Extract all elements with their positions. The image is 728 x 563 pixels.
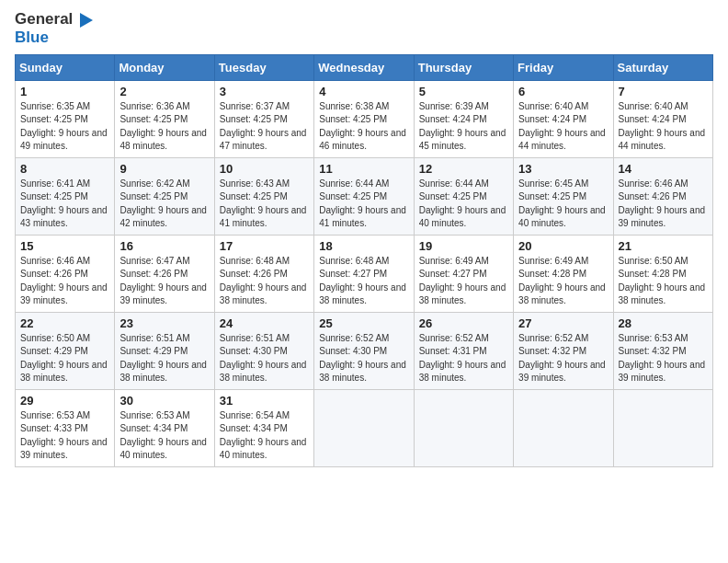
day-detail: Sunrise: 6:49 AMSunset: 4:28 PMDaylight:… — [518, 256, 606, 306]
calendar-day-cell: 28 Sunrise: 6:53 AMSunset: 4:32 PMDaylig… — [613, 312, 712, 389]
calendar-day-cell: 31 Sunrise: 6:54 AMSunset: 4:34 PMDaylig… — [214, 389, 313, 466]
calendar-header-cell: Monday — [115, 54, 214, 80]
calendar-header-cell: Sunday — [16, 54, 115, 80]
calendar-day-cell — [414, 389, 513, 466]
day-detail: Sunrise: 6:40 AMSunset: 4:24 PMDaylight:… — [619, 101, 706, 152]
calendar-day-cell: 1 Sunrise: 6:35 AMSunset: 4:25 PMDayligh… — [16, 80, 115, 157]
calendar-day-cell: 21 Sunrise: 6:50 AMSunset: 4:28 PMDaylig… — [613, 235, 712, 312]
calendar-day-cell: 29 Sunrise: 6:53 AMSunset: 4:33 PMDaylig… — [16, 389, 115, 466]
calendar-week-row: 29 Sunrise: 6:53 AMSunset: 4:33 PMDaylig… — [16, 389, 713, 466]
day-detail: Sunrise: 6:42 AMSunset: 4:25 PMDaylight:… — [119, 178, 207, 229]
day-detail: Sunrise: 6:52 AMSunset: 4:31 PMDaylight:… — [419, 333, 506, 384]
day-detail: Sunrise: 6:39 AMSunset: 4:24 PMDaylight:… — [419, 101, 506, 152]
calendar-day-cell: 9 Sunrise: 6:42 AMSunset: 4:25 PMDayligh… — [115, 157, 214, 235]
day-detail: Sunrise: 6:35 AMSunset: 4:25 PMDaylight:… — [20, 101, 108, 152]
day-detail: Sunrise: 6:51 AMSunset: 4:30 PMDaylight:… — [220, 333, 307, 384]
day-detail: Sunrise: 6:41 AMSunset: 4:25 PMDaylight:… — [20, 178, 108, 229]
day-detail: Sunrise: 6:53 AMSunset: 4:32 PMDaylight:… — [619, 333, 706, 384]
day-number: 25 — [319, 316, 408, 330]
day-number: 15 — [20, 239, 109, 253]
calendar-day-cell — [613, 389, 712, 466]
calendar-table: SundayMondayTuesdayWednesdayThursdayFrid… — [15, 54, 713, 467]
calendar-body: 1 Sunrise: 6:35 AMSunset: 4:25 PMDayligh… — [16, 80, 713, 466]
day-number: 2 — [119, 85, 209, 98]
day-detail: Sunrise: 6:50 AMSunset: 4:29 PMDaylight:… — [20, 333, 108, 384]
calendar-week-row: 15 Sunrise: 6:46 AMSunset: 4:26 PMDaylig… — [16, 235, 713, 312]
calendar-day-cell: 15 Sunrise: 6:46 AMSunset: 4:26 PMDaylig… — [16, 235, 115, 312]
day-number: 23 — [119, 316, 209, 330]
day-number: 20 — [518, 239, 608, 253]
day-number: 9 — [119, 162, 209, 176]
day-detail: Sunrise: 6:50 AMSunset: 4:28 PMDaylight:… — [619, 256, 706, 306]
day-number: 5 — [419, 85, 508, 98]
calendar-day-cell: 16 Sunrise: 6:47 AMSunset: 4:26 PMDaylig… — [115, 235, 214, 312]
day-detail: Sunrise: 6:37 AMSunset: 4:25 PMDaylight:… — [220, 101, 307, 152]
day-number: 19 — [419, 239, 508, 253]
calendar-day-cell: 26 Sunrise: 6:52 AMSunset: 4:31 PMDaylig… — [414, 312, 513, 389]
calendar-header-cell: Friday — [514, 54, 613, 80]
calendar-day-cell — [514, 389, 613, 466]
calendar-day-cell: 8 Sunrise: 6:41 AMSunset: 4:25 PMDayligh… — [16, 157, 115, 235]
calendar-day-cell: 3 Sunrise: 6:37 AMSunset: 4:25 PMDayligh… — [214, 80, 313, 157]
day-number: 6 — [518, 85, 608, 98]
calendar-day-cell: 6 Sunrise: 6:40 AMSunset: 4:24 PMDayligh… — [514, 80, 613, 157]
calendar-week-row: 8 Sunrise: 6:41 AMSunset: 4:25 PMDayligh… — [16, 157, 713, 235]
calendar-day-cell: 4 Sunrise: 6:38 AMSunset: 4:25 PMDayligh… — [314, 80, 414, 157]
day-detail: Sunrise: 6:46 AMSunset: 4:26 PMDaylight:… — [20, 256, 108, 306]
day-detail: Sunrise: 6:49 AMSunset: 4:27 PMDaylight:… — [419, 256, 506, 306]
calendar-day-cell: 2 Sunrise: 6:36 AMSunset: 4:25 PMDayligh… — [115, 80, 214, 157]
logo-blue: Blue — [15, 29, 49, 47]
calendar-day-cell: 10 Sunrise: 6:43 AMSunset: 4:25 PMDaylig… — [214, 157, 313, 235]
day-number: 22 — [20, 316, 109, 330]
calendar-day-cell: 7 Sunrise: 6:40 AMSunset: 4:24 PMDayligh… — [613, 80, 712, 157]
logo-triangle-icon — [78, 11, 95, 29]
calendar-header-cell: Wednesday — [314, 54, 414, 80]
day-number: 14 — [619, 162, 708, 176]
calendar-day-cell: 27 Sunrise: 6:52 AMSunset: 4:32 PMDaylig… — [514, 312, 613, 389]
calendar-day-cell: 17 Sunrise: 6:48 AMSunset: 4:26 PMDaylig… — [214, 235, 313, 312]
day-number: 16 — [119, 239, 209, 253]
day-number: 29 — [20, 394, 109, 408]
calendar-day-cell: 25 Sunrise: 6:52 AMSunset: 4:30 PMDaylig… — [314, 312, 414, 389]
calendar-day-cell: 30 Sunrise: 6:53 AMSunset: 4:34 PMDaylig… — [115, 389, 214, 466]
day-number: 17 — [220, 239, 309, 253]
day-detail: Sunrise: 6:44 AMSunset: 4:25 PMDaylight:… — [419, 178, 506, 229]
day-detail: Sunrise: 6:52 AMSunset: 4:30 PMDaylight:… — [319, 333, 406, 384]
day-number: 3 — [220, 85, 309, 98]
logo-general: General — [15, 10, 73, 28]
header: General Blue — [15, 11, 713, 47]
page: General Blue SundayMondayTuesdayWednesda… — [0, 0, 728, 563]
calendar-header-cell: Thursday — [414, 54, 513, 80]
calendar-day-cell: 11 Sunrise: 6:44 AMSunset: 4:25 PMDaylig… — [314, 157, 414, 235]
calendar-week-row: 1 Sunrise: 6:35 AMSunset: 4:25 PMDayligh… — [16, 80, 713, 157]
calendar-day-cell: 13 Sunrise: 6:45 AMSunset: 4:25 PMDaylig… — [514, 157, 613, 235]
day-detail: Sunrise: 6:48 AMSunset: 4:27 PMDaylight:… — [319, 256, 406, 306]
day-number: 8 — [20, 162, 109, 176]
day-number: 11 — [319, 162, 408, 176]
day-detail: Sunrise: 6:51 AMSunset: 4:29 PMDaylight:… — [119, 333, 207, 384]
day-detail: Sunrise: 6:44 AMSunset: 4:25 PMDaylight:… — [319, 178, 406, 229]
day-detail: Sunrise: 6:54 AMSunset: 4:34 PMDaylight:… — [220, 410, 307, 461]
calendar-week-row: 22 Sunrise: 6:50 AMSunset: 4:29 PMDaylig… — [16, 312, 713, 389]
day-number: 10 — [220, 162, 309, 176]
calendar-day-cell: 5 Sunrise: 6:39 AMSunset: 4:24 PMDayligh… — [414, 80, 513, 157]
day-detail: Sunrise: 6:48 AMSunset: 4:26 PMDaylight:… — [220, 256, 307, 306]
day-number: 12 — [419, 162, 508, 176]
day-number: 31 — [220, 394, 309, 408]
day-detail: Sunrise: 6:52 AMSunset: 4:32 PMDaylight:… — [518, 333, 606, 384]
calendar-header-cell: Tuesday — [214, 54, 313, 80]
calendar-day-cell: 12 Sunrise: 6:44 AMSunset: 4:25 PMDaylig… — [414, 157, 513, 235]
day-detail: Sunrise: 6:53 AMSunset: 4:34 PMDaylight:… — [119, 410, 207, 461]
day-number: 1 — [20, 85, 109, 98]
day-detail: Sunrise: 6:40 AMSunset: 4:24 PMDaylight:… — [518, 101, 606, 152]
calendar-header-cell: Saturday — [613, 54, 712, 80]
calendar-day-cell: 20 Sunrise: 6:49 AMSunset: 4:28 PMDaylig… — [514, 235, 613, 312]
day-detail: Sunrise: 6:45 AMSunset: 4:25 PMDaylight:… — [518, 178, 606, 229]
day-number: 27 — [518, 316, 608, 330]
day-number: 13 — [518, 162, 608, 176]
calendar-day-cell: 23 Sunrise: 6:51 AMSunset: 4:29 PMDaylig… — [115, 312, 214, 389]
calendar-header-row: SundayMondayTuesdayWednesdayThursdayFrid… — [16, 54, 713, 80]
calendar-day-cell: 22 Sunrise: 6:50 AMSunset: 4:29 PMDaylig… — [16, 312, 115, 389]
day-number: 21 — [619, 239, 708, 253]
calendar-day-cell: 19 Sunrise: 6:49 AMSunset: 4:27 PMDaylig… — [414, 235, 513, 312]
